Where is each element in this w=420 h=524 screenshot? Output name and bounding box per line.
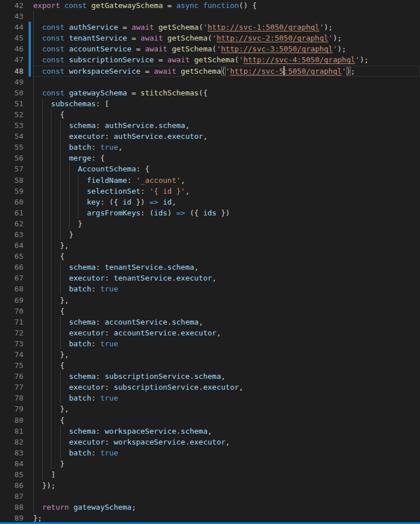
code-text[interactable]: subschemas: [ [33,98,420,109]
code-text[interactable]: }, [33,295,420,306]
code-text[interactable]: schema: tenantService.schema, [33,262,420,273]
code-text[interactable]: key: ({ id }) => id, [33,197,420,207]
code-text[interactable]: executor: tenantService.executor, [33,273,420,283]
code-text[interactable]: fieldName: '_account', [33,175,420,186]
code-line: 65 { [0,251,420,262]
code-text[interactable]: return gatewaySchema; [33,502,420,513]
line-number[interactable]: 76 [0,371,23,382]
line-number[interactable]: 63 [0,229,23,240]
line-number[interactable]: 88 [0,502,23,513]
line-number[interactable]: 51 [0,98,23,109]
line-number[interactable]: 49 [0,77,23,87]
line-number[interactable]: 65 [0,251,23,262]
code-text[interactable]: }, [33,240,420,251]
line-number[interactable]: 71 [0,317,23,327]
line-number[interactable]: 66 [0,262,23,273]
code-text[interactable]: { [33,360,420,371]
line-number[interactable]: 61 [0,207,23,218]
line-number[interactable]: 78 [0,393,23,403]
line-number[interactable]: 52 [0,109,23,120]
line-number[interactable]: 86 [0,480,23,491]
code-text[interactable]: }, [33,349,420,360]
code-text[interactable]: }, [33,403,420,414]
line-number[interactable]: 58 [0,175,23,186]
code-text[interactable]: export const getGatewaySchema = async fu… [33,0,420,11]
code-text[interactable]: merge: { [33,153,420,163]
code-text[interactable]: batch: true [33,283,420,294]
line-number[interactable]: 77 [0,382,23,393]
line-number[interactable]: 79 [0,403,23,414]
line-number[interactable]: 80 [0,415,23,426]
code-text[interactable]: { [33,415,420,426]
code-line: 43 [0,11,420,22]
code-text[interactable]: executor: accountService.executor, [33,327,420,338]
line-number[interactable]: 75 [0,360,23,371]
code-text[interactable]: const subscriptionService = await getSch… [33,54,420,65]
line-number[interactable]: 82 [0,437,23,447]
code-editor[interactable]: 42export const getGatewaySchema = async … [0,0,420,524]
line-number[interactable]: 68 [0,283,23,294]
line-number[interactable]: 44 [0,22,23,33]
code-text[interactable]: batch: true [33,447,420,458]
line-number[interactable]: 62 [0,218,23,229]
code-text[interactable]: const tenantService = await getSchema('h… [33,33,420,43]
line-number[interactable]: 70 [0,306,23,317]
code-text[interactable]: schema: subscriptionService.schema, [33,371,420,382]
gutter-decoration [23,349,33,360]
code-text[interactable]: batch: true [33,393,420,403]
git-modified-indicator [29,33,31,43]
code-text[interactable]: { [33,251,420,262]
code-text[interactable]: }); [33,480,420,491]
line-number[interactable]: 47 [0,54,23,65]
code-text[interactable]: { [33,306,420,317]
line-number[interactable]: 53 [0,120,23,131]
line-number[interactable]: 42 [0,0,23,11]
code-text[interactable]: const authService = await getSchema('htt… [33,22,420,33]
code-text[interactable]: batch: true, [33,142,420,153]
code-text[interactable]: schema: workspaceService.schema, [33,426,420,437]
line-number[interactable]: 57 [0,163,23,174]
code-text[interactable]: schema: authService.schema, [33,120,420,131]
line-number[interactable]: 60 [0,197,23,207]
code-text[interactable]: executor: workspaceService.executor, [33,437,420,447]
line-number[interactable]: 54 [0,131,23,142]
line-number[interactable]: 48 [0,66,23,77]
code-text[interactable]: } [33,218,420,229]
code-text[interactable]: } [33,458,420,469]
line-number[interactable]: 45 [0,33,23,43]
code-text[interactable]: const workspaceService = await getSchema… [33,66,420,77]
line-number[interactable]: 64 [0,240,23,251]
gutter-decoration [23,327,33,338]
line-number[interactable]: 72 [0,327,23,338]
code-text[interactable]: const gatewaySchema = stitchSchemas({ [33,87,420,98]
line-number[interactable]: 69 [0,295,23,306]
code-text[interactable] [33,77,420,87]
code-text[interactable] [33,11,420,22]
code-text[interactable] [33,491,420,502]
line-number[interactable]: 46 [0,43,23,54]
code-text[interactable]: schema: accountService.schema, [33,317,420,327]
code-text[interactable]: const accountService = await getSchema('… [33,43,420,54]
code-text[interactable]: { [33,109,420,120]
line-number[interactable]: 85 [0,469,23,480]
code-text[interactable]: argsFromKeys: (ids) => ({ ids }) [33,207,420,218]
line-number[interactable]: 84 [0,458,23,469]
line-number[interactable]: 83 [0,447,23,458]
line-number[interactable]: 87 [0,491,23,502]
code-text[interactable]: ] [33,469,420,480]
line-number[interactable]: 55 [0,142,23,153]
line-number[interactable]: 74 [0,349,23,360]
line-number[interactable]: 43 [0,11,23,22]
code-text[interactable]: executor: subscriptionService.executor, [33,382,420,393]
code-text[interactable]: } [33,229,420,240]
line-number[interactable]: 73 [0,338,23,349]
code-text[interactable]: selectionSet: '{ id }', [33,186,420,197]
line-number[interactable]: 59 [0,186,23,197]
code-text[interactable]: batch: true [33,338,420,349]
line-number[interactable]: 56 [0,153,23,163]
line-number[interactable]: 81 [0,426,23,437]
code-text[interactable]: AccountSchema: { [33,163,420,174]
code-text[interactable]: executor: authService.executor, [33,131,420,142]
line-number[interactable]: 50 [0,87,23,98]
line-number[interactable]: 67 [0,273,23,283]
